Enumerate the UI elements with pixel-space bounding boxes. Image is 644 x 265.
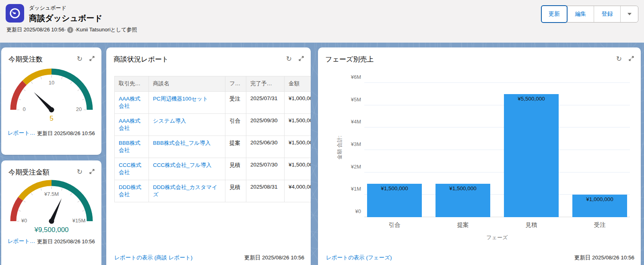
- gauge-chart: ¥0¥7.5M¥15M¥9,500,000: [3, 177, 100, 237]
- y-axis-tick-label: ¥1M: [337, 186, 361, 192]
- table-cell: ¥1,500,000: [285, 158, 311, 180]
- table-cell: 受注: [225, 92, 246, 114]
- table-column-header[interactable]: 取引先…: [115, 76, 149, 92]
- report-link[interactable]: レポート…: [8, 129, 35, 137]
- bar-引合[interactable]: ¥1,500,000: [367, 184, 422, 218]
- y-axis-title: 金額 合計:: [336, 131, 343, 164]
- widget-expand-icon[interactable]: [89, 168, 95, 175]
- chevron-down-icon: [627, 12, 632, 16]
- widget-expand-icon[interactable]: [89, 55, 95, 62]
- gauge-segment: [13, 199, 21, 221]
- table-cell: システム導入: [149, 114, 225, 136]
- y-axis-tick-label: ¥6M: [337, 74, 361, 80]
- widget-order-amount: 今期受注金額 ↻ ¥0¥7.5M¥15M¥9,500,000 レポート… 更新日…: [1, 160, 101, 265]
- page-header: ダッシュボード 商談ダッシュボード 更新日 2025/08/26 10:56· …: [0, 0, 644, 43]
- widget-refresh-icon[interactable]: ↻: [286, 55, 292, 62]
- opportunity-link[interactable]: システム導入: [153, 118, 186, 124]
- widget-updated-text: 更新日 2025/08/26 10:56: [244, 255, 304, 261]
- x-axis-title: フェーズ: [364, 234, 630, 241]
- table-row: AAA株式会社システム導入引合2025/09/30¥1,500,000: [115, 114, 311, 136]
- table-column-header[interactable]: 商談名: [149, 76, 225, 92]
- table-row: CCC株式会社CCC株式会社_フル導入見積2025/07/30¥1,500,00…: [115, 158, 311, 180]
- widget-phase-sales: フェーズ別売上 ↻ 金額 合計: ¥0¥1M¥2M¥3M¥4M¥5M¥6M¥1,…: [318, 47, 641, 265]
- gauge-tick: [82, 99, 85, 100]
- account-link[interactable]: AAA株式会社: [119, 118, 140, 131]
- widget-title: 商談状況レポート: [114, 55, 169, 64]
- widget-refresh-icon[interactable]: ↻: [77, 168, 83, 175]
- widget-updated-text: 更新日 2025/08/26 10:56: [574, 255, 634, 261]
- table-cell: 2025/06/30: [246, 136, 285, 158]
- x-category-label: 提案: [436, 221, 490, 229]
- more-actions-button[interactable]: [620, 6, 638, 22]
- x-category-label: 引合: [367, 221, 422, 229]
- table-cell: 提案: [225, 136, 246, 158]
- gauge-tick: [82, 210, 85, 211]
- table-cell: 2025/07/30: [246, 158, 285, 180]
- account-link[interactable]: DDD株式会社: [119, 184, 141, 197]
- gauge-tick: [23, 89, 25, 91]
- table-cell: AAA株式会社: [115, 92, 149, 114]
- opportunity-link[interactable]: CCC株式会社_フル導入: [153, 162, 211, 168]
- view-report-link[interactable]: レポートの表示 (商談 レポート): [114, 254, 192, 261]
- gauge-segment: [52, 183, 90, 221]
- viewing-as-label: ·Kunii Tatsunoriとして参照: [74, 26, 137, 33]
- subscribe-button[interactable]: 登録: [594, 6, 620, 22]
- dashboard-meta: 更新日 2025/08/26 10:56· i ·Kunii Tatsunori…: [6, 26, 137, 33]
- gauge-tick: [70, 193, 72, 195]
- gauge-axis-label: 0: [23, 106, 25, 112]
- widget-refresh-icon[interactable]: ↻: [77, 55, 83, 62]
- bar-受注[interactable]: ¥1,000,000: [572, 195, 627, 217]
- gauge-value-label: 5: [50, 115, 53, 122]
- opportunity-link[interactable]: PC周辺機器100セット: [153, 96, 208, 102]
- table-column-header[interactable]: 完了予…: [246, 76, 285, 92]
- gauge-segment: [13, 83, 25, 110]
- view-report-link[interactable]: レポートの表示 (フェーズ): [326, 254, 392, 261]
- widget-expand-icon[interactable]: [628, 55, 634, 62]
- gauge-tick: [77, 201, 79, 202]
- bar-value-label: ¥1,000,000: [572, 195, 627, 202]
- gauge-tick: [70, 82, 72, 84]
- bar-見積[interactable]: ¥5,500,000: [504, 94, 559, 217]
- gauge-tick: [19, 210, 21, 211]
- table-cell: AAA株式会社: [115, 114, 149, 136]
- gauge-tick: [61, 188, 62, 191]
- opportunity-link[interactable]: DDD株式会社_カスタマイズ: [153, 184, 217, 197]
- widget-expand-icon[interactable]: [298, 55, 304, 62]
- gauge-axis-label: ¥7.5M: [43, 191, 58, 197]
- gauge-segment: [52, 72, 90, 110]
- table-column-header[interactable]: フ…: [225, 76, 246, 92]
- table-cell: 引合: [225, 114, 246, 136]
- table-cell: 2025/07/31: [246, 92, 285, 114]
- table-row: BBB株式会社BBB株式会社_フル導入提案2025/06/30¥1,500,00…: [115, 136, 311, 158]
- widget-opportunity-report: 商談状況レポート ↻ 取引先…商談名フ…完了予…金額 AAA株式会社PC周辺機器…: [106, 47, 311, 265]
- table-cell: CCC株式会社_フル導入: [149, 158, 225, 180]
- report-table: 取引先…商談名フ…完了予…金額 AAA株式会社PC周辺機器100セット受注202…: [114, 76, 311, 202]
- table-cell: BBB株式会社: [115, 136, 149, 158]
- widget-refresh-icon[interactable]: ↻: [616, 55, 622, 62]
- account-link[interactable]: BBB株式会社: [119, 140, 140, 153]
- edit-button[interactable]: 編集: [567, 6, 594, 22]
- bar-提案[interactable]: ¥1,500,000: [436, 184, 490, 218]
- gauge-tick: [41, 77, 41, 79]
- dashboard-app-icon: [6, 4, 24, 23]
- info-icon[interactable]: i: [67, 27, 73, 33]
- report-link[interactable]: レポート…: [8, 238, 35, 245]
- y-axis-tick-label: ¥4M: [337, 119, 361, 125]
- refresh-button[interactable]: 更新: [541, 5, 568, 23]
- gauge-axis-label: ¥15M: [72, 218, 85, 224]
- account-link[interactable]: CCC株式会社: [119, 162, 141, 175]
- opportunity-link[interactable]: BBB株式会社_フル導入: [153, 140, 211, 146]
- table-column-header[interactable]: 金額: [285, 76, 311, 92]
- gauge-tick: [31, 193, 33, 195]
- gauge-tick: [31, 82, 33, 84]
- gauge-chart: 010205: [3, 66, 100, 126]
- table-cell: ¥1,500,000: [285, 136, 311, 158]
- account-link[interactable]: AAA株式会社: [119, 96, 140, 109]
- gauge-tick: [41, 188, 41, 191]
- gauge-glyph-icon: [9, 7, 21, 19]
- gauge-axis-label: 10: [48, 80, 54, 86]
- table-cell: PC周辺機器100セット: [149, 92, 225, 114]
- table-header-row: 取引先…商談名フ…完了予…金額: [115, 76, 311, 92]
- dashboard-canvas: 今期受注数 ↻ 010205 レポート… 更新日 2025/08/26 10:5…: [0, 43, 644, 265]
- widget-title: 今期受注金額: [8, 168, 50, 177]
